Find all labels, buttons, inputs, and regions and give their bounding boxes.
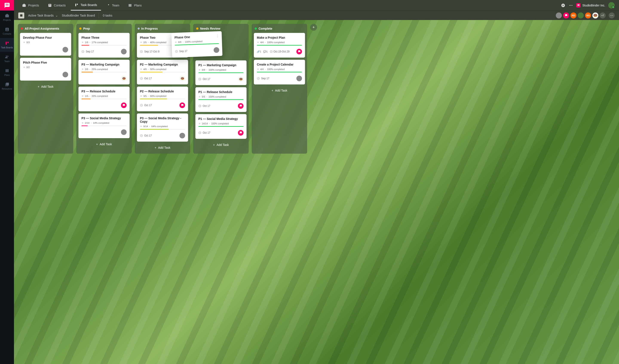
task-card[interactable]: P1 — Social Media Strategy14/14•100% com… xyxy=(195,114,247,139)
assignee-avatar[interactable] xyxy=(63,47,68,52)
board-options[interactable] xyxy=(609,13,615,18)
task-card[interactable]: P2 — Release Schedule3/5•60% completedOc… xyxy=(137,87,188,111)
sidebar-item-team[interactable]: Team xyxy=(0,52,14,66)
task-card[interactable]: P3 — Release Schedule1/5•20% completed xyxy=(78,87,130,111)
member-avatar[interactable] xyxy=(563,13,569,18)
column-header[interactable]: Prep xyxy=(78,26,130,33)
assignee-avatar[interactable] xyxy=(238,103,243,109)
sidebar-item-task-boards[interactable]: Task Boards xyxy=(0,38,14,52)
task-card[interactable]: Create a Project Calendar4/4•100% comple… xyxy=(254,60,305,84)
task-card[interactable]: P3 — Social Media Strategy - Copy9/14•64… xyxy=(137,113,188,142)
clock-icon xyxy=(140,50,143,53)
sidebar-item-plans[interactable]: Plans xyxy=(0,66,14,79)
progress-bar xyxy=(82,99,127,99)
board-title[interactable]: StudioBinder Task Board xyxy=(62,14,95,17)
task-card[interactable]: P2 — Marketing Campaign4/8•50% completed… xyxy=(137,60,188,84)
card-title: P2 — Release Schedule xyxy=(140,90,185,93)
assignee-avatar[interactable] xyxy=(63,72,68,77)
task-card-dragging[interactable]: ⋮Phase One8/8•100% completedSep 17 xyxy=(171,31,223,57)
more-button[interactable] xyxy=(568,3,573,8)
nav-contacts[interactable]: Contacts xyxy=(44,0,70,11)
add-task-button[interactable]: +Add Task xyxy=(78,140,130,148)
nav-projects[interactable]: Projects xyxy=(18,0,43,11)
task-card[interactable]: Phase Three1/6•17% completedSep 17 xyxy=(78,33,130,57)
assignee-avatar[interactable] xyxy=(121,129,127,135)
card-title: P3 — Social Media Strategy - Copy xyxy=(140,116,185,123)
chat-icon xyxy=(239,104,242,107)
nav-plans[interactable]: Plans xyxy=(124,0,145,11)
task-card[interactable]: P1 — Marketing Campaign8/8•100% complete… xyxy=(195,60,247,85)
task-card[interactable]: P3 — Social Media Strategy2/14•14% compl… xyxy=(78,113,130,138)
card-date: Oct 17 xyxy=(198,78,210,81)
chat-icon xyxy=(4,2,10,8)
column-header[interactable]: All Project Assignments xyxy=(20,26,71,33)
task-card[interactable]: Develop Phase Four0/3 xyxy=(20,33,71,56)
progress-bar xyxy=(82,45,127,45)
app-logo[interactable] xyxy=(0,0,14,11)
member-avatar[interactable] xyxy=(556,13,562,18)
company-selector[interactable]: StudioBinder Inc. xyxy=(576,3,605,8)
checklist-icon xyxy=(82,41,84,43)
card-date: Sep 17-Oct 9 xyxy=(140,50,159,53)
assignee-avatar[interactable] xyxy=(238,130,243,136)
member-avatar[interactable]: RD xyxy=(570,13,577,18)
task-card[interactable]: P3 — Marketing Campaign2/8•25% completed… xyxy=(78,60,130,84)
assignee-avatar[interactable] xyxy=(214,47,219,53)
card-menu[interactable]: ⋮ xyxy=(216,34,219,38)
card-meta: 1/6•17% completed xyxy=(82,41,127,44)
member-avatar[interactable] xyxy=(578,13,584,18)
checklist-icon xyxy=(23,41,25,43)
play-button[interactable] xyxy=(561,3,565,8)
assignee-avatar[interactable] xyxy=(296,76,302,81)
column-header[interactable]: Complete xyxy=(254,26,305,33)
add-task-button[interactable]: +Add Task xyxy=(195,141,247,149)
more-members[interactable]: +7 xyxy=(600,13,606,18)
column-header[interactable]: In Progress xyxy=(137,26,188,33)
card-title: Pitch Phase Five xyxy=(23,61,68,64)
clock-icon xyxy=(140,104,143,107)
task-card[interactable]: Make a Project Plan4/4•100% completed🔗1💬… xyxy=(254,33,305,57)
clock-icon xyxy=(140,134,143,137)
add-task-button[interactable]: +Add Task xyxy=(254,87,305,94)
svg-rect-3 xyxy=(20,14,23,16)
user-avatar[interactable] xyxy=(608,2,615,9)
member-avatar[interactable]: 🍩 xyxy=(592,13,598,18)
sidebar-item-contacts[interactable]: Contacts xyxy=(0,24,14,38)
task-card[interactable]: Pitch Phase Five0/2 xyxy=(20,58,71,81)
chat-icon xyxy=(122,104,125,107)
member-avatar[interactable]: BS xyxy=(585,13,591,18)
add-column-button[interactable]: + xyxy=(310,24,317,31)
assignee-avatar[interactable] xyxy=(296,49,302,54)
svg-point-4 xyxy=(610,15,611,16)
sidebar-item-resources[interactable]: Resources xyxy=(0,79,14,93)
card-title: Make a Project Plan xyxy=(257,36,302,39)
column-all-project-assignments: All Project AssignmentsDevelop Phase Fou… xyxy=(18,24,73,154)
progress-bar xyxy=(257,45,302,45)
card-date: Oct 17 xyxy=(140,77,152,80)
add-task-button[interactable]: +Add Task xyxy=(137,144,188,152)
nav-team[interactable]: Team xyxy=(102,0,123,11)
add-task-button[interactable]: +Add Task xyxy=(20,83,71,90)
assignee-avatar[interactable] xyxy=(121,49,127,54)
sidebar-item-projects[interactable]: Projects xyxy=(0,11,14,24)
nav-label: Contacts xyxy=(54,4,66,7)
assignee-avatar[interactable] xyxy=(121,102,127,108)
checklist-icon xyxy=(174,41,177,43)
board-dropdown[interactable]: Active Task Boards ⌄ xyxy=(28,14,58,17)
nav-label: Task Boards xyxy=(81,3,97,7)
assignee-avatar[interactable]: 🍩 xyxy=(238,76,243,82)
sidebar-item-label: Plans xyxy=(4,74,10,76)
assignee-avatar[interactable] xyxy=(180,102,185,108)
task-card[interactable]: P1 — Release Schedule5/5•100% completedO… xyxy=(195,87,247,112)
plus-icon: + xyxy=(271,89,273,92)
assignee-avatar[interactable]: 🍩 xyxy=(180,76,185,81)
column-complete: CompleteMake a Project Plan4/4•100% comp… xyxy=(252,24,307,154)
assignee-avatar[interactable]: 🍩 xyxy=(121,76,127,81)
assignee-avatar[interactable] xyxy=(180,133,185,138)
card-title: P1 — Marketing Campaign xyxy=(198,63,243,67)
progress-bar xyxy=(140,99,185,99)
nav-task-boards[interactable]: Task Boards xyxy=(71,0,101,11)
board-icon-box[interactable] xyxy=(18,13,24,18)
progress-bar xyxy=(82,72,127,72)
svg-point-2 xyxy=(572,5,573,6)
